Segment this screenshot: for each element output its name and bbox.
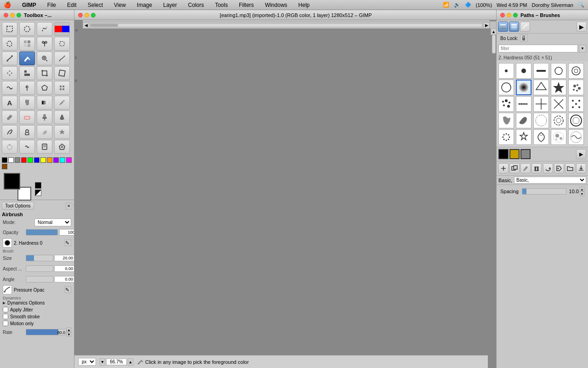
swatch-blue[interactable] (34, 157, 40, 163)
brush-filter-input[interactable] (498, 45, 578, 52)
lock-btn[interactable] (520, 34, 527, 42)
tool-rect-select[interactable] (2, 22, 17, 36)
mode-select[interactable]: Normal (34, 218, 71, 226)
tool-options-tab[interactable]: Tool Options (2, 202, 34, 210)
search-icon[interactable]: 🔍 (578, 2, 584, 8)
tool-color-picker[interactable] (19, 52, 35, 65)
swatch-orange[interactable] (47, 157, 52, 163)
tool-ink[interactable] (54, 110, 70, 124)
brush-6[interactable] (498, 80, 514, 95)
tool-clone[interactable] (19, 125, 35, 139)
swatch-white[interactable] (8, 157, 14, 163)
spacing-slider[interactable] (522, 188, 566, 195)
preset-select[interactable]: Basic, (514, 177, 586, 184)
tool-eraser[interactable] (19, 110, 35, 124)
scroll-track-h[interactable] (90, 23, 482, 27)
tool-heal[interactable] (54, 125, 70, 139)
tool-move[interactable] (2, 66, 17, 80)
swatch-black[interactable] (2, 157, 7, 163)
tool-bucket-fill[interactable] (19, 96, 35, 109)
swatch-purple[interactable] (53, 157, 59, 163)
tool-measure[interactable] (54, 52, 70, 65)
tool-transform[interactable] (54, 66, 70, 80)
brush-8[interactable] (533, 80, 549, 95)
size-slider[interactable] (26, 255, 53, 261)
tool-paint-brush[interactable] (2, 110, 17, 124)
tool-script[interactable] (37, 140, 52, 154)
menu-help[interactable]: Help (296, 1, 311, 9)
right-minimize-btn[interactable] (507, 13, 511, 17)
swatch-yellow[interactable] (40, 157, 46, 163)
brush-delete-btn[interactable] (531, 163, 542, 173)
spacing-up[interactable]: ▲ (580, 187, 584, 191)
toolbox-traffic-lights[interactable] (4, 13, 21, 17)
tool-gradient[interactable] (37, 96, 52, 109)
opacity-slider[interactable] (26, 229, 58, 236)
panel-arrow-btn[interactable]: ▶ (577, 22, 587, 32)
scroll-thumb-v[interactable] (492, 35, 496, 53)
motion-only-checkbox[interactable] (3, 321, 8, 326)
tool-scissors[interactable] (37, 37, 52, 51)
rate-slider[interactable]: 80.0 (26, 329, 67, 335)
brush-2[interactable] (516, 63, 531, 79)
canvas-minimize-btn[interactable] (85, 13, 89, 17)
tool-mypaint[interactable] (2, 125, 17, 139)
brush-24[interactable] (551, 129, 566, 145)
swatch-gray[interactable] (15, 157, 20, 163)
canvas-close-btn[interactable] (78, 13, 83, 17)
layers-tab-icon[interactable] (509, 22, 519, 32)
brush-19[interactable] (551, 113, 566, 128)
brushes-dyn-tab-icon[interactable] (520, 22, 530, 32)
brush-3[interactable] (533, 63, 549, 79)
brush-tag-btn[interactable] (554, 163, 564, 173)
scroll-left-btn[interactable]: ◀ (83, 22, 89, 29)
brush-21[interactable] (498, 129, 514, 145)
aspect-slider[interactable] (26, 265, 53, 272)
canvas-scrollbar-h[interactable]: ◀ ▶ (83, 21, 490, 29)
brush-9[interactable] (551, 80, 566, 95)
tool-env[interactable] (54, 140, 70, 154)
rate-up[interactable]: ▲ (67, 328, 71, 332)
swatch-red[interactable] (21, 157, 27, 163)
swatch-brown[interactable] (2, 164, 7, 169)
tool-unified-transform[interactable] (54, 81, 70, 95)
tool-warp[interactable] (2, 81, 17, 95)
tool-text[interactable]: A (2, 96, 17, 109)
brush-edit-btn[interactable]: ✎ (65, 240, 71, 246)
tool-paths[interactable] (2, 52, 17, 65)
swatch-green[interactable] (28, 157, 33, 163)
menu-gimp[interactable]: GIMP (20, 1, 38, 9)
spacing-down[interactable]: ▼ (580, 191, 584, 196)
foreground-color-swatch[interactable] (4, 173, 20, 190)
scroll-right-btn[interactable]: ▶ (483, 22, 490, 29)
brush-23[interactable] (533, 129, 549, 145)
menu-view[interactable]: View (112, 1, 128, 9)
brush-refresh-btn[interactable] (543, 163, 553, 173)
swatch-magenta[interactable] (66, 157, 72, 163)
brush-17[interactable] (516, 113, 531, 128)
reset-colors-btn[interactable] (35, 182, 41, 189)
apply-jitter-checkbox[interactable] (3, 307, 8, 312)
tool-pencil[interactable] (54, 96, 70, 109)
menu-layer[interactable]: Layer (161, 1, 179, 9)
menu-image[interactable]: Image (135, 1, 154, 9)
brush-13[interactable] (533, 96, 549, 112)
brush-grid[interactable] (497, 61, 588, 147)
brush-18[interactable] (533, 113, 549, 128)
color-mode-gray[interactable] (520, 149, 531, 159)
color-mode-gold[interactable] (509, 149, 520, 159)
brush-expand-btn[interactable]: ▶ (576, 149, 586, 159)
brush-14[interactable] (551, 96, 566, 112)
canvas-traffic-lights[interactable] (78, 13, 96, 17)
brush-16[interactable] (498, 113, 514, 128)
swap-colors-btn[interactable] (35, 190, 41, 196)
brush-7-selected[interactable] (516, 80, 531, 95)
tool-iscissors[interactable] (54, 37, 70, 51)
brush-1[interactable] (498, 63, 514, 79)
tool-smudge[interactable] (37, 125, 52, 139)
canvas-maximize-btn[interactable] (91, 13, 96, 17)
menu-colors[interactable]: Colors (186, 1, 206, 9)
tool-fuzzy-select[interactable] (2, 37, 17, 51)
rate-down[interactable]: ▼ (67, 332, 71, 337)
color-mode-black[interactable] (498, 149, 509, 159)
